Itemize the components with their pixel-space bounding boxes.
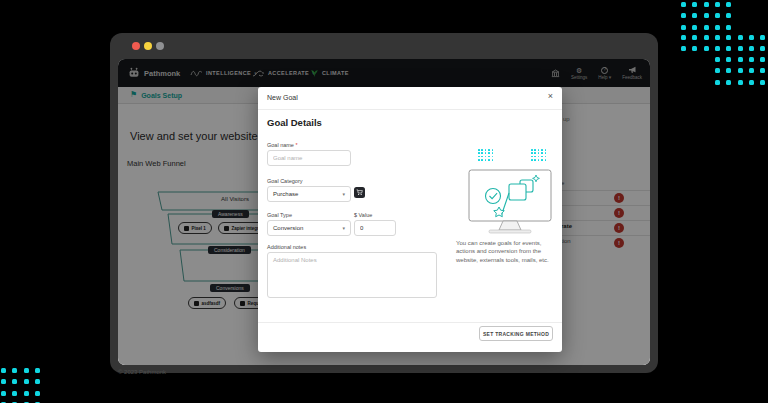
dot bbox=[726, 46, 731, 51]
value-input[interactable] bbox=[354, 220, 396, 236]
dot bbox=[541, 156, 543, 158]
new-goal-modal: New Goal × Goal Details Goal name * Goal… bbox=[258, 87, 562, 352]
dot bbox=[692, 46, 697, 51]
chevron-down-icon: ▾ bbox=[342, 226, 345, 231]
dot bbox=[35, 379, 40, 384]
dot bbox=[534, 159, 536, 161]
modal-title: New Goal bbox=[267, 94, 298, 101]
dot bbox=[749, 35, 754, 40]
dot bbox=[545, 152, 547, 154]
window-minimize-button[interactable] bbox=[144, 42, 152, 50]
dot bbox=[481, 156, 483, 158]
dot bbox=[24, 391, 29, 396]
window-close-button[interactable] bbox=[132, 42, 140, 50]
dot bbox=[12, 379, 17, 384]
dot bbox=[726, 80, 731, 85]
modal-section-title: Goal Details bbox=[267, 117, 322, 128]
chevron-down-icon: ▾ bbox=[342, 192, 345, 197]
dot bbox=[704, 46, 709, 51]
dot bbox=[492, 156, 494, 158]
window-maximize-button[interactable] bbox=[156, 42, 164, 50]
notes-label: Additional notes bbox=[267, 244, 306, 250]
dot bbox=[478, 156, 480, 158]
dot bbox=[715, 68, 720, 73]
dot bbox=[749, 80, 754, 85]
dot bbox=[760, 46, 765, 51]
dot bbox=[531, 149, 533, 151]
dot bbox=[478, 149, 480, 151]
dot bbox=[481, 152, 483, 154]
dot bbox=[726, 13, 731, 18]
goal-category-select[interactable]: Purchase ▾ bbox=[267, 186, 351, 202]
divider bbox=[258, 322, 562, 323]
dot bbox=[715, 80, 720, 85]
dot bbox=[760, 35, 765, 40]
dot bbox=[538, 149, 540, 151]
set-tracking-method-button[interactable]: SET TRACKING METHOD bbox=[479, 326, 553, 341]
dot bbox=[538, 152, 540, 154]
dot bbox=[715, 13, 720, 18]
dot bbox=[681, 35, 686, 40]
dot bbox=[538, 156, 540, 158]
required-asterisk: * bbox=[295, 142, 297, 148]
dot bbox=[692, 2, 697, 7]
dot bbox=[726, 25, 731, 30]
dot bbox=[704, 35, 709, 40]
dot bbox=[481, 159, 483, 161]
dot bbox=[738, 57, 743, 62]
goal-category-label: Goal Category bbox=[267, 178, 302, 184]
dot bbox=[760, 80, 765, 85]
dot bbox=[545, 156, 547, 158]
dot bbox=[488, 159, 490, 161]
dot bbox=[488, 152, 490, 154]
dot bbox=[760, 57, 765, 62]
divider bbox=[258, 109, 562, 110]
dot bbox=[726, 35, 731, 40]
copyright-note: © 2023 Pathmonk bbox=[118, 369, 166, 375]
dot bbox=[704, 2, 709, 7]
dot bbox=[541, 149, 543, 151]
dot bbox=[492, 152, 494, 154]
dot bbox=[488, 149, 490, 151]
notes-textarea[interactable] bbox=[267, 252, 437, 298]
dot bbox=[704, 13, 709, 18]
goal-type-label: Goal Type bbox=[267, 212, 292, 218]
dot bbox=[681, 46, 686, 51]
goal-name-input[interactable] bbox=[267, 150, 351, 166]
dot bbox=[1, 391, 6, 396]
dot bbox=[681, 2, 686, 7]
dot bbox=[715, 2, 720, 7]
dot bbox=[478, 152, 480, 154]
dot bbox=[681, 25, 686, 30]
dot bbox=[24, 368, 29, 373]
modal-help-text: You can create goals for events, actions… bbox=[456, 239, 562, 264]
dot bbox=[681, 13, 686, 18]
close-icon[interactable]: × bbox=[548, 92, 553, 101]
dot bbox=[1, 379, 6, 384]
category-cart-icon[interactable] bbox=[354, 187, 365, 198]
dot bbox=[704, 25, 709, 30]
screenshot-canvas: © 2023 Pathmonk Pathmonk bbox=[0, 0, 768, 403]
dot bbox=[485, 156, 487, 158]
goal-category-value: Purchase bbox=[273, 191, 298, 197]
dot bbox=[541, 159, 543, 161]
dot bbox=[692, 25, 697, 30]
dot bbox=[738, 68, 743, 73]
dot bbox=[531, 152, 533, 154]
dot bbox=[485, 149, 487, 151]
dot bbox=[35, 368, 40, 373]
dot bbox=[545, 159, 547, 161]
dot bbox=[534, 152, 536, 154]
dot bbox=[24, 379, 29, 384]
dot bbox=[726, 2, 731, 7]
goal-name-label: Goal name * bbox=[267, 142, 298, 148]
dot bbox=[715, 25, 720, 30]
dot bbox=[726, 68, 731, 73]
dot bbox=[531, 159, 533, 161]
goal-type-select[interactable]: Conversion ▾ bbox=[267, 220, 351, 236]
dot bbox=[749, 57, 754, 62]
dot bbox=[715, 35, 720, 40]
dot bbox=[492, 159, 494, 161]
dot bbox=[541, 152, 543, 154]
dot bbox=[692, 35, 697, 40]
